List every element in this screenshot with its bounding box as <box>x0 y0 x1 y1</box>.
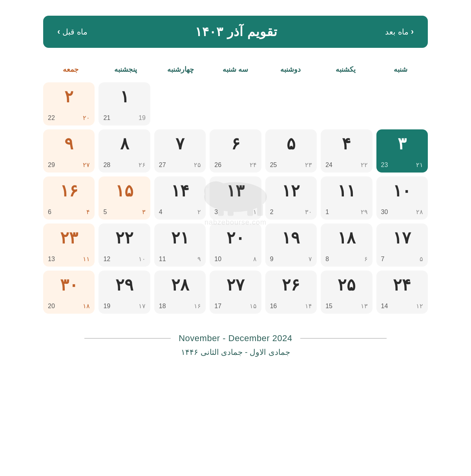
persian-date: ۲۱ <box>171 229 189 247</box>
calendar-title: تقویم آذر ۱۴۰۳ <box>195 24 277 39</box>
day-cell-13[interactable]: ۱۳ ۱ 3 <box>210 176 261 220</box>
gregorian-date: 6 <box>48 209 51 216</box>
footer-line-right <box>84 338 171 339</box>
day-cell-29[interactable]: ۲۹ ۱۷ 19 <box>99 271 150 314</box>
sub-dates: ۱۳ 15 <box>325 302 367 310</box>
day-cell-11[interactable]: ۱۱ ۲۹ 1 <box>321 176 372 220</box>
persian-date: ۹ <box>64 135 73 153</box>
day-cell-15[interactable]: ۱۵ ۳ 5 <box>99 176 150 220</box>
sub-dates: ۴ 6 <box>48 208 90 216</box>
hijri-date: ۱۱ <box>83 255 90 263</box>
gregorian-date: 1 <box>325 209 329 216</box>
day-cell-14[interactable]: ۱۴ ۲ 4 <box>154 176 206 220</box>
day-cell-4[interactable]: ۴ ۲۲ 24 <box>321 129 372 173</box>
day-cell-8[interactable]: ۸ ۲۶ 28 <box>99 129 150 173</box>
calendar-grid: ۱ 19 21 ۲ ۲۰ 22 ۳ ۲۱ 23 <box>43 82 428 314</box>
gregorian-date: 15 <box>325 303 332 310</box>
persian-date: ۲۰ <box>226 229 245 247</box>
hijri-date: ۲۵ <box>194 161 201 169</box>
day-cell-16[interactable]: ۱۶ ۴ 6 <box>43 176 95 220</box>
day-cell-24[interactable]: ۲۴ ۱۲ 14 <box>376 271 428 314</box>
empty-cell <box>321 82 372 125</box>
day-cell-26[interactable]: ۲۶ ۱۴ 16 <box>265 271 317 314</box>
day-cell-7[interactable]: ۷ ۲۵ 27 <box>154 129 206 173</box>
day-cell-2[interactable]: ۲ ۲۰ 22 <box>43 82 95 125</box>
day-cell-17[interactable]: ۱۷ ۵ 7 <box>376 223 428 267</box>
hijri-date: ۲۷ <box>83 161 90 169</box>
day-headers: شنبه یکشنبه دوشنبه سه شنبه چهارشنبه پنجش… <box>43 62 428 78</box>
persian-date: ۵ <box>287 135 296 153</box>
empty-cell <box>210 82 261 125</box>
day-cell-5[interactable]: ۵ ۲۳ 25 <box>265 129 317 173</box>
sub-dates: ۲۱ 23 <box>381 161 423 169</box>
calendar-wrapper: ‹ ماه بعد تقویم آذر ۱۴۰۳ ماه قبل › شنبه … <box>43 16 428 357</box>
hijri-date: ۴ <box>86 208 90 216</box>
persian-date: ۲۲ <box>115 229 133 247</box>
gregorian-date: 26 <box>214 162 221 169</box>
day-cell-25[interactable]: ۲۵ ۱۳ 15 <box>321 271 372 314</box>
next-month-button[interactable]: ‹ ماه بعد <box>385 27 414 37</box>
day-cell-28[interactable]: ۲۸ ۱۶ 18 <box>154 271 206 314</box>
hijri-date: ۱۰ <box>139 255 146 263</box>
gregorian-date: 13 <box>48 256 55 263</box>
day-cell-12[interactable]: ۱۲ ۳۰ 2 <box>265 176 317 220</box>
day-cell-1[interactable]: ۱ 19 21 <box>99 82 150 125</box>
persian-date: ۳ <box>398 135 407 153</box>
day-cell-3-today[interactable]: ۳ ۲۱ 23 <box>376 129 428 173</box>
day-header-seshanbeh: سه شنبه <box>208 62 263 78</box>
day-cell-6[interactable]: ۶ ۲۴ 26 <box>210 129 261 173</box>
empty-cell <box>154 82 206 125</box>
persian-date: ۲۴ <box>393 276 411 294</box>
footer-line-left <box>300 338 387 339</box>
gregorian-date: 24 <box>325 162 332 169</box>
sub-dates: ۱۸ 20 <box>48 302 90 310</box>
day-cell-10[interactable]: ۱۰ ۲۸ 30 <box>376 176 428 220</box>
sub-dates: 19 21 <box>103 114 145 122</box>
sub-dates: ۲۵ 27 <box>159 161 201 169</box>
sub-dates: ۹ 11 <box>159 255 201 263</box>
gregorian-date: 23 <box>381 162 388 169</box>
persian-date: ۳۰ <box>60 276 78 294</box>
hijri-date: ۱۷ <box>139 302 146 310</box>
hijri-date: ۱۳ <box>361 302 368 310</box>
hijri-date: ۱ <box>253 208 257 216</box>
prev-arrow-icon: › <box>57 27 60 37</box>
hijri-date: ۷ <box>309 255 312 263</box>
sub-dates: ۲ 4 <box>159 208 201 216</box>
hijri-date: ۲۹ <box>361 208 368 216</box>
day-cell-21[interactable]: ۲۱ ۹ 11 <box>154 223 206 267</box>
hijri-date: ۳ <box>142 208 146 216</box>
sub-dates: ۱۷ 19 <box>103 302 145 310</box>
day-cell-30[interactable]: ۳۰ ۱۸ 20 <box>43 271 95 314</box>
sub-dates: ۲۶ 28 <box>103 161 145 169</box>
prev-month-button[interactable]: ماه قبل › <box>57 27 88 37</box>
day-cell-23[interactable]: ۲۳ ۱۱ 13 <box>43 223 95 267</box>
gregorian-date: 2 <box>270 209 274 216</box>
day-cell-18[interactable]: ۱۸ ۶ 8 <box>321 223 372 267</box>
persian-date: ۶ <box>231 135 240 153</box>
sub-dates: ۳۰ 2 <box>270 208 312 216</box>
day-cell-19[interactable]: ۱۹ ۷ 9 <box>265 223 317 267</box>
gregorian-date: 21 <box>103 114 110 122</box>
sub-dates: ۱ 3 <box>214 208 256 216</box>
persian-date: ۷ <box>175 135 184 153</box>
next-month-label: ماه بعد <box>385 27 409 36</box>
persian-date: ۱۴ <box>171 182 189 200</box>
gregorian-date: 5 <box>103 209 107 216</box>
day-cell-20[interactable]: ۲۰ ۸ 10 <box>210 223 261 267</box>
persian-date: ۲۸ <box>171 276 189 294</box>
sub-dates: ۵ 7 <box>381 255 423 263</box>
day-cell-9[interactable]: ۹ ۲۷ 29 <box>43 129 95 173</box>
next-arrow-icon: ‹ <box>411 27 414 37</box>
hijri-date: ۲۸ <box>416 208 423 216</box>
persian-date: ۱۶ <box>60 182 78 200</box>
persian-date: ۲ <box>64 88 73 106</box>
gregorian-label: November - December 2024 <box>179 333 292 343</box>
calendar-grid-container: nabzebourse.com ۱ 19 21 ۲ ۲۰ 22 <box>43 82 428 314</box>
day-header-panjshanbe: پنجشنبه <box>98 62 153 78</box>
hijri-date: ۲۳ <box>305 161 312 169</box>
day-cell-22[interactable]: ۲۲ ۱۰ 12 <box>99 223 150 267</box>
hijri-date: ۱۵ <box>250 302 257 310</box>
empty-cell <box>265 82 317 125</box>
day-cell-27[interactable]: ۲۷ ۱۵ 17 <box>210 271 261 314</box>
